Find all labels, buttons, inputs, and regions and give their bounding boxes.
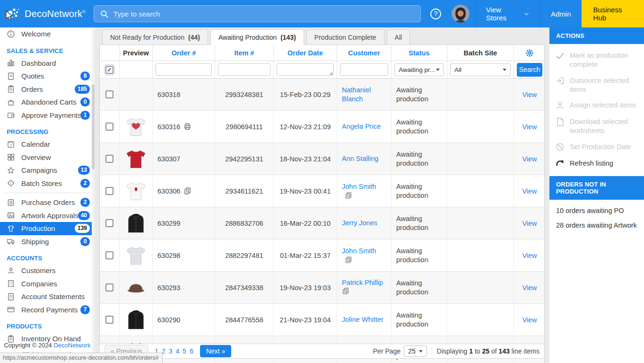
select-all-checkbox[interactable]: ✓ xyxy=(105,66,113,74)
view-link[interactable]: View xyxy=(522,187,537,195)
customer-inner: Patrick Phillip xyxy=(342,278,383,297)
sidebar-item-artwork-approvals[interactable]: Artwork Approvals40 xyxy=(0,209,95,222)
resize-handle[interactable] xyxy=(330,72,332,75)
view-link[interactable]: View xyxy=(522,123,537,131)
view-link[interactable]: View xyxy=(522,316,537,324)
row-checkbox[interactable] xyxy=(105,316,113,324)
col-item-number[interactable]: Item # xyxy=(215,45,274,61)
customer-link[interactable]: John Smith xyxy=(342,247,376,255)
row-checkbox-cell xyxy=(100,304,120,336)
doc-icon xyxy=(7,292,15,301)
status-filter-select[interactable]: Awaiting pr... xyxy=(394,63,444,76)
product-preview xyxy=(120,175,153,207)
sidebar-item-dashboard[interactable]: Dashboard xyxy=(0,57,95,70)
item-number-cell: 2980694111 xyxy=(215,111,274,142)
col-batch-site: Batch Site xyxy=(447,45,514,61)
batch-site-filter-select[interactable]: All xyxy=(450,63,511,76)
orders-not-in-production-item[interactable]: 28 orders awaiting Artwork xyxy=(549,221,644,229)
view-link[interactable]: View xyxy=(522,220,537,227)
page-link-5[interactable]: 5 xyxy=(183,347,186,355)
tab-production-complete[interactable]: Production Complete xyxy=(306,29,384,44)
sidebar-scrollbar[interactable] xyxy=(92,27,95,363)
sidebar-item-record-payments[interactable]: Record Payments7 xyxy=(0,303,95,317)
tab-awaiting-production[interactable]: Awaiting Production (143) xyxy=(210,29,304,45)
orders-not-in-production-item[interactable]: 10 orders awaiting PO xyxy=(549,207,644,214)
product-preview xyxy=(120,207,153,239)
per-page-select[interactable]: 25 xyxy=(404,345,427,357)
row-checkbox[interactable] xyxy=(105,283,113,292)
printer-icon xyxy=(183,123,191,131)
business-hub-button[interactable]: Business Hub xyxy=(582,0,644,27)
person-icon xyxy=(7,266,15,275)
sidebar-item-production[interactable]: Production139 xyxy=(0,222,95,235)
row-checkbox[interactable] xyxy=(105,219,113,227)
sidebar-item-label: Overview xyxy=(21,153,90,161)
sidebar-item-label: Dashboard xyxy=(21,59,90,67)
user-avatar[interactable] xyxy=(451,0,475,27)
sidebar-item-companies[interactable]: Companies xyxy=(0,277,95,291)
row-checkbox[interactable] xyxy=(105,155,113,163)
customer-link[interactable]: Patrick Phillip xyxy=(342,279,383,286)
view-link[interactable]: View xyxy=(522,252,537,259)
col-order-number[interactable]: Order # xyxy=(153,45,215,61)
sidebar-item-customers[interactable]: Customers xyxy=(0,264,95,277)
customer-link[interactable]: Ann Stalling xyxy=(342,155,378,162)
row-checkbox[interactable] xyxy=(105,123,113,131)
row-checkbox[interactable] xyxy=(105,187,113,195)
row-checkbox-cell xyxy=(100,175,120,207)
help-button[interactable] xyxy=(421,0,451,27)
customer-link[interactable]: Joline Whitter xyxy=(342,316,383,323)
filter-order-input[interactable] xyxy=(156,63,212,76)
action-assign-selected-items: Assign selected items xyxy=(549,101,644,110)
filter-customer-input[interactable] xyxy=(340,63,388,76)
mouse-cursor xyxy=(6,10,14,22)
sidebar-item-orders[interactable]: Orders185 xyxy=(0,83,95,96)
customer-link[interactable]: Angela Price xyxy=(342,123,381,130)
image-icon xyxy=(7,211,15,220)
tab-not-ready-for-production[interactable]: Not Ready for Production (44) xyxy=(102,29,208,44)
sidebar-item-calendar[interactable]: Calendar xyxy=(0,138,95,151)
column-settings[interactable] xyxy=(514,45,545,61)
next-page-button[interactable]: Next » xyxy=(200,345,231,357)
view-link[interactable]: View xyxy=(522,284,537,292)
col-status[interactable]: Status xyxy=(392,45,447,61)
customer-link[interactable]: Jerry Jones xyxy=(342,219,377,227)
filter-date-input[interactable] xyxy=(277,63,334,76)
sidebar-item-purchase-orders[interactable]: Purchase Orders2 xyxy=(0,196,95,209)
sidebar-item-quotes[interactable]: Quotes8 xyxy=(0,70,95,83)
search-input[interactable] xyxy=(113,10,415,18)
page-link-6[interactable]: 6 xyxy=(190,347,193,355)
order-number-text: 630318 xyxy=(157,91,180,98)
sidebar-item-campaigns[interactable]: Campaigns13 xyxy=(0,164,95,177)
action-refresh-listing[interactable]: Refresh listing xyxy=(549,159,644,168)
col-customer[interactable]: Customer xyxy=(337,45,392,61)
view-stores-menu[interactable]: View Stores xyxy=(475,0,540,27)
sidebar-item-abandoned-carts[interactable]: Abandoned Carts0 xyxy=(0,96,95,109)
actions-header: ACTIONS xyxy=(549,27,644,44)
view-link[interactable]: View xyxy=(522,91,537,98)
tab-all[interactable]: All xyxy=(387,29,410,44)
brand[interactable]: DecoNetwork® xyxy=(0,0,91,27)
customer-link[interactable]: John Smith xyxy=(342,183,376,190)
customer-link[interactable]: Nathaniel Blanch xyxy=(342,86,371,103)
sidebar-item-shipping[interactable]: Shipping0 xyxy=(0,235,95,248)
status-cell: Awaiting production xyxy=(392,272,447,303)
per-page-label: Per Page xyxy=(373,347,400,355)
copyright-link[interactable]: DecoNetwork xyxy=(53,342,90,349)
page-link-3[interactable]: 3 xyxy=(169,347,173,355)
customer-inner: John Smith xyxy=(342,247,386,265)
sidebar-item-account-statements[interactable]: Account Statements xyxy=(0,290,95,303)
row-checkbox[interactable] xyxy=(105,90,113,98)
table-search-button[interactable]: Search xyxy=(517,63,542,77)
star-icon xyxy=(7,166,15,175)
row-checkbox[interactable] xyxy=(105,251,113,259)
filter-item-input[interactable] xyxy=(218,63,270,76)
admin-link[interactable]: Admin xyxy=(540,0,582,27)
sidebar-item-batch-stores[interactable]: Batch Stores2 xyxy=(0,177,95,190)
page-link-4[interactable]: 4 xyxy=(176,347,180,355)
sidebar-item-overview[interactable]: Overview xyxy=(0,151,95,164)
col-order-date[interactable]: Order Date xyxy=(274,45,337,61)
sidebar-item-welcome[interactable]: Welcome xyxy=(0,27,95,41)
view-link[interactable]: View xyxy=(522,155,537,163)
sidebar-item-approve-payments[interactable]: Approve Payments1 xyxy=(0,109,95,122)
